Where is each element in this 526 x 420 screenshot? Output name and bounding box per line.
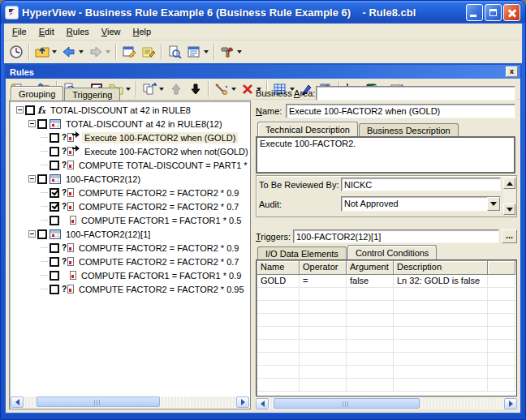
maximize-button[interactable] [485, 4, 502, 21]
checkbox[interactable] [50, 216, 59, 225]
properties-window-button[interactable] [119, 42, 139, 61]
notes-button[interactable] [139, 42, 158, 61]
menu-help[interactable]: Help [127, 25, 158, 39]
dropdown-arrow-icon[interactable] [204, 50, 209, 54]
tab-grouping[interactable]: Grouping [11, 86, 63, 101]
grid-empty-row [257, 379, 515, 392]
tree-item[interactable]: COMPUTE FACTOR1 = FACTOR1 * 0.5 [11, 213, 250, 227]
checkbox[interactable] [50, 257, 59, 267]
checkbox[interactable] [50, 271, 59, 281]
tree-item-label: TOTAL-DISCOUNT at 42 in RULE8 [48, 105, 193, 116]
menu-rules[interactable]: Rules [61, 25, 96, 39]
tree-item[interactable]: ?COMPUTE TOTAL-DISCOUNT = PART1 * [11, 158, 250, 172]
tab-triggering[interactable]: Triggering [64, 88, 120, 101]
column-header[interactable]: Operator [300, 261, 347, 275]
tab-business-description[interactable]: Business Description [359, 123, 459, 136]
scroll-right-icon[interactable] [504, 398, 517, 409]
forward-arrow-button[interactable] [86, 42, 113, 61]
checkbox[interactable] [50, 147, 59, 156]
tree-item[interactable]: ?COMPUTE FACTOR2 = FACTOR2 * 0.9 [11, 186, 250, 199]
dropdown-arrow-icon[interactable] [52, 50, 57, 54]
tree-item[interactable]: TOTAL-DISCOUNT at 42 in RULE8(12) [11, 117, 250, 131]
grid-cell [394, 379, 488, 392]
scrollbar-thumb[interactable] [37, 396, 160, 407]
menu-edit[interactable]: Edit [33, 25, 61, 39]
expander-icon[interactable] [28, 175, 36, 182]
scrollbar-thumb[interactable] [274, 398, 420, 409]
back-arrow-button[interactable] [59, 42, 86, 61]
rules-panel-close-button[interactable]: x [506, 66, 518, 77]
grid-empty-row [257, 314, 515, 327]
menu-file[interactable]: File [6, 25, 33, 39]
triggers-field[interactable]: 100-FACTOR2(12)[1] [293, 229, 499, 243]
expander-icon[interactable] [28, 120, 36, 127]
tree-horizontal-scrollbar[interactable] [11, 396, 249, 408]
grid-cell [347, 288, 394, 301]
tree-item[interactable]: 100-FACTOR2(12)[1] [11, 227, 250, 241]
reviewed-by-field[interactable]: NICKC [341, 178, 501, 191]
tree-item[interactable]: COMPUTE FACTOR1 = FACTOR1 * 0.9 [11, 268, 250, 282]
column-header[interactable]: Description [394, 261, 488, 275]
name-field[interactable]: Execute 100-FACTOR2 when (GOLD) [286, 104, 515, 118]
column-header[interactable]: Argument [347, 261, 394, 275]
dropdown-arrow-icon[interactable] [237, 50, 242, 54]
scroll-down-icon[interactable] [503, 204, 515, 215]
minimize-button[interactable] [466, 4, 483, 21]
tools-button[interactable] [218, 42, 244, 61]
control-conditions-grid[interactable]: NameOperatorArgumentDescriptionGOLD=fals… [256, 259, 517, 396]
audit-label: Audit: [259, 199, 282, 209]
scroll-up-icon[interactable] [503, 178, 515, 189]
checkbox[interactable] [37, 229, 47, 239]
tree-item[interactable]: ?COMPUTE FACTOR2 = FACTOR2 * 0.9 [11, 241, 250, 255]
tab-technical-description[interactable]: Technical Description [257, 122, 358, 136]
scrollbar-track[interactable] [269, 398, 504, 409]
expander-icon[interactable] [28, 230, 36, 238]
clock-button[interactable] [6, 42, 26, 61]
checkbox[interactable] [50, 133, 59, 143]
tree-item[interactable]: ?COMPUTE FACTOR2 = FACTOR2 * 0.7 [11, 199, 250, 213]
scroll-right-icon[interactable] [236, 396, 249, 408]
scrollbar-track[interactable] [24, 396, 236, 408]
search-document-button[interactable] [165, 42, 184, 61]
rules-tree[interactable]: fxTOTAL-DISCOUNT at 42 in RULE8TOTAL-DIS… [9, 101, 251, 409]
checkbox[interactable] [50, 161, 59, 170]
tree-item[interactable]: ?COMPUTE FACTOR2 = FACTOR2 * 0.7 [11, 255, 250, 268]
tree-item[interactable]: 100-FACTOR2(12) [11, 172, 250, 186]
close-button[interactable] [503, 4, 520, 21]
grid-cell [394, 301, 488, 314]
tree-item[interactable]: ?Execute 100-FACTOR2 when not(GOLD) [11, 144, 250, 158]
triggers-more-button[interactable]: ... [502, 229, 517, 243]
tree-item[interactable]: ?COMPUTE FACTOR2 = FACTOR2 * 0.95 [11, 282, 250, 296]
checkbox-checked[interactable] [50, 202, 59, 212]
clock-icon [9, 45, 24, 59]
dropdown-arrow-icon[interactable] [79, 50, 84, 54]
grid-data-row[interactable]: GOLD=falseLn 32: GOLD is false [257, 275, 515, 288]
tab-control-conditions[interactable]: Control Conditions [347, 245, 438, 259]
tab-io-data-elements[interactable]: I/O Data Elements [257, 246, 347, 259]
column-header[interactable]: Name [257, 261, 300, 275]
segment-icon [50, 229, 61, 240]
scroll-left-icon[interactable] [256, 398, 269, 409]
checkbox-checked[interactable] [50, 188, 59, 198]
checkbox[interactable] [50, 243, 59, 253]
list-view-button[interactable] [184, 42, 211, 61]
scroll-left-icon[interactable] [11, 396, 24, 408]
checkbox[interactable] [37, 119, 47, 129]
checkbox[interactable] [25, 105, 35, 115]
up-folder-button[interactable] [32, 42, 59, 61]
expander-icon[interactable] [16, 106, 24, 114]
business-area-field[interactable] [316, 86, 515, 101]
toolbar-separator [115, 44, 117, 60]
tree-item[interactable]: ?Execute 100-FACTOR2 when (GOLD) [11, 131, 250, 144]
checkbox[interactable] [37, 174, 47, 184]
audit-dropdown[interactable]: Not Approved [341, 196, 501, 212]
attributes-vertical-scrollbar[interactable] [503, 178, 515, 215]
dropdown-arrow-icon[interactable] [106, 50, 110, 54]
dropdown-arrow-icon[interactable] [487, 197, 500, 211]
checkbox[interactable] [50, 285, 59, 294]
technical-description-field[interactable]: Execute 100-FACTOR2. [256, 136, 515, 174]
tree-item-label: COMPUTE FACTOR2 = FACTOR2 * 0.9 [76, 242, 241, 254]
tree-item[interactable]: fxTOTAL-DISCOUNT at 42 in RULE8 [11, 103, 250, 117]
grid-horizontal-scrollbar[interactable] [256, 398, 517, 409]
menu-view[interactable]: View [96, 25, 127, 39]
